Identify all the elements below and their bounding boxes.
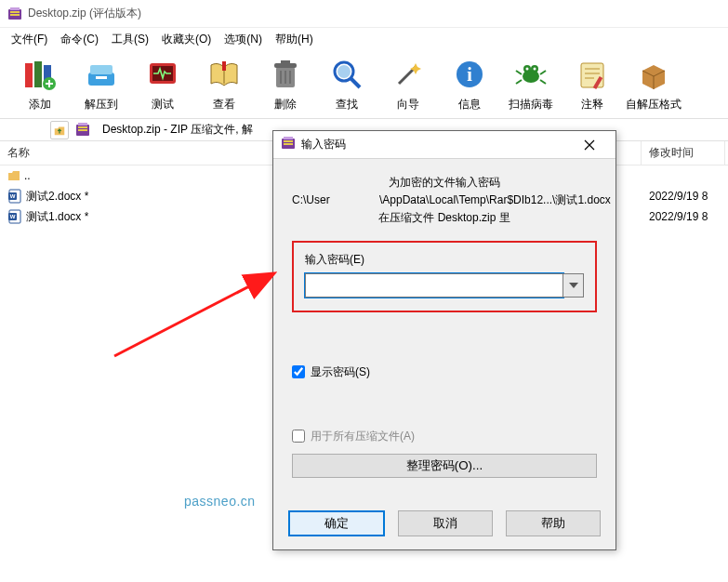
- toolbar-add[interactable]: 添加: [9, 54, 71, 114]
- dialog-titlebar: 输入密码: [273, 131, 615, 159]
- dialog-actions: 确定 取消 帮助: [273, 501, 615, 549]
- svg-text:W: W: [10, 214, 16, 219]
- dialog-line3: 在压缩文件 Desktop.zip 里: [292, 209, 597, 227]
- drawer-icon: [83, 56, 120, 93]
- svg-line-23: [351, 78, 360, 87]
- svg-rect-9: [90, 65, 113, 74]
- svg-rect-52: [284, 137, 293, 139]
- menu-favorites[interactable]: 收藏夹(O): [156, 30, 217, 49]
- toolbar-delete[interactable]: 删除: [255, 54, 316, 114]
- svg-rect-53: [284, 140, 293, 142]
- toolbar-add-label: 添加: [29, 97, 51, 112]
- svg-rect-10: [96, 76, 107, 79]
- trash-icon: [267, 56, 304, 93]
- toolbar-sfx[interactable]: 自解压格式: [623, 54, 684, 114]
- toolbar-view[interactable]: 查看: [193, 54, 255, 114]
- book-open-icon: [205, 56, 243, 93]
- password-input[interactable]: [305, 273, 563, 298]
- svg-rect-4: [25, 63, 33, 87]
- use-for-all-checkbox[interactable]: 用于所有压缩文件(A): [292, 429, 597, 444]
- archive-icon: [74, 121, 93, 139]
- password-dialog: 输入密码 为加密的文件输入密码 C:\User \AppData\Local\T…: [272, 130, 616, 550]
- docx-icon: W: [7, 209, 22, 224]
- magnifier-icon: [328, 56, 365, 93]
- svg-rect-1: [10, 7, 20, 10]
- menu-file[interactable]: 文件(F): [6, 30, 53, 49]
- toolbar-extract[interactable]: 解压到: [71, 54, 132, 114]
- password-field-group: 输入密码(E): [292, 241, 597, 312]
- notepad-icon: [574, 56, 611, 93]
- toolbar-comment-label: 注释: [581, 97, 603, 112]
- winrar-icon: [7, 7, 22, 21]
- show-password-checkbox[interactable]: 显示密码(S): [292, 364, 597, 380]
- use-for-all-input[interactable]: [292, 430, 305, 443]
- wand-icon: [390, 56, 427, 93]
- close-button[interactable]: [571, 132, 608, 158]
- svg-rect-17: [281, 60, 290, 64]
- file-name: 测试1.docx *: [26, 209, 88, 225]
- menu-tools[interactable]: 工具(S): [106, 30, 154, 49]
- file-mtime: 2022/9/19 8: [642, 190, 725, 203]
- svg-rect-42: [78, 123, 87, 126]
- window-title: Desktop.zip (评估版本): [28, 6, 141, 21]
- up-folder-icon[interactable]: [50, 121, 69, 139]
- toolbar-view-label: 查看: [213, 97, 235, 112]
- window-titlebar: Desktop.zip (评估版本): [0, 0, 728, 28]
- toolbar-wizard[interactable]: 向导: [377, 54, 439, 114]
- toolbar-scan-label: 扫描病毒: [509, 97, 553, 112]
- winrar-icon: [281, 136, 296, 153]
- virus-icon: [512, 56, 549, 93]
- menu-command[interactable]: 命令(C): [55, 30, 104, 49]
- heart-monitor-icon: [144, 56, 181, 93]
- file-name: ..: [24, 169, 31, 182]
- cancel-button[interactable]: 取消: [398, 510, 493, 536]
- toolbar-test[interactable]: 测试: [132, 54, 193, 114]
- toolbar-info[interactable]: i 信息: [439, 54, 500, 114]
- toolbar-comment[interactable]: 注释: [562, 54, 623, 114]
- dialog-title: 输入密码: [301, 137, 565, 152]
- svg-line-32: [516, 71, 522, 74]
- dialog-body: 为加密的文件输入密码 C:\User \AppData\Local\Temp\R…: [273, 159, 615, 501]
- svg-rect-54: [284, 143, 293, 145]
- dialog-message: 为加密的文件输入密码 C:\User \AppData\Local\Temp\R…: [292, 174, 597, 228]
- svg-line-35: [540, 80, 546, 84]
- use-for-all-label: 用于所有压缩文件(A): [311, 429, 415, 444]
- toolbar-wizard-label: 向导: [397, 97, 419, 112]
- svg-rect-3: [10, 14, 20, 16]
- show-password-input[interactable]: [292, 365, 305, 378]
- toolbar-find[interactable]: 查找: [316, 54, 377, 114]
- toolbar-sfx-label: 自解压格式: [626, 97, 682, 112]
- svg-line-34: [516, 80, 522, 84]
- watermark-text: passneo.cn: [184, 494, 256, 509]
- svg-rect-14: [222, 61, 226, 71]
- file-mtime: 2022/9/19 8: [642, 210, 725, 223]
- svg-point-30: [526, 68, 529, 71]
- toolbar-info-label: 信息: [458, 97, 481, 112]
- info-icon: i: [451, 56, 488, 93]
- svg-point-31: [534, 68, 536, 71]
- password-dropdown-icon[interactable]: [563, 273, 584, 298]
- dialog-line2: C:\User \AppData\Local\Temp\Rar$DIb12...…: [292, 192, 597, 209]
- column-mtime[interactable]: 修改时间: [642, 141, 725, 165]
- help-button[interactable]: 帮助: [506, 510, 601, 536]
- books-add-icon: [21, 56, 59, 93]
- password-label: 输入密码(E): [305, 252, 584, 268]
- docx-icon: W: [7, 189, 22, 204]
- organize-passwords-button[interactable]: 整理密码(O)...: [292, 454, 597, 478]
- menubar: 文件(F) 命令(C) 工具(S) 收藏夹(O) 选项(N) 帮助(H): [0, 28, 728, 50]
- svg-rect-44: [78, 129, 87, 131]
- file-name: 测试2.docx *: [26, 189, 88, 205]
- svg-line-33: [540, 71, 546, 74]
- toolbar-extract-label: 解压到: [85, 97, 118, 112]
- svg-rect-5: [34, 61, 42, 87]
- menu-options[interactable]: 选项(N): [218, 30, 268, 49]
- annotation-arrow: [107, 209, 293, 367]
- svg-text:i: i: [467, 64, 472, 85]
- svg-rect-36: [581, 63, 603, 87]
- svg-rect-2: [10, 11, 20, 13]
- toolbar-delete-label: 删除: [274, 97, 297, 112]
- svg-line-55: [114, 274, 272, 356]
- toolbar-scan[interactable]: 扫描病毒: [500, 54, 562, 114]
- ok-button[interactable]: 确定: [288, 510, 385, 536]
- menu-help[interactable]: 帮助(H): [270, 30, 319, 49]
